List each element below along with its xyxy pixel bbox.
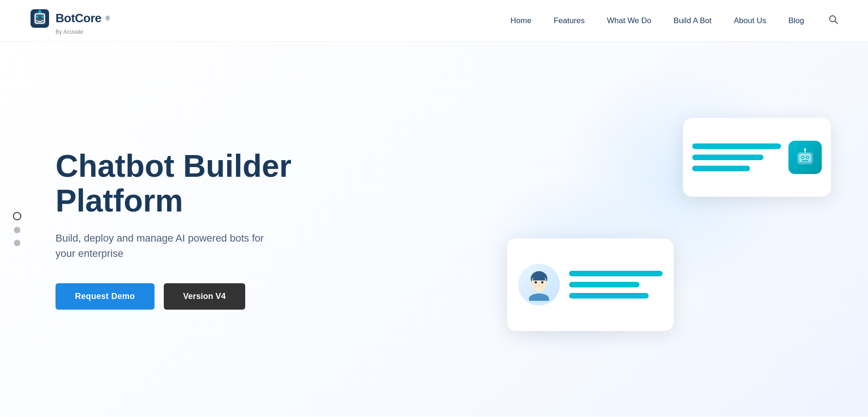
person-avatar-icon (523, 268, 555, 301)
chat-bubble-person (507, 238, 674, 331)
logo-area: BotCore® By Acuvate (28, 6, 110, 35)
bot-chat-line-1 (692, 143, 781, 149)
chat-line-3 (569, 293, 649, 299)
svg-point-4 (42, 15, 44, 18)
nav-home[interactable]: Home (510, 16, 531, 25)
svg-point-21 (802, 157, 804, 158)
person-chat-lines (569, 271, 663, 299)
person-avatar (518, 264, 560, 305)
main-nav: Home Features What We Do Build A Bot Abo… (510, 12, 840, 29)
bot-chat-lines (692, 143, 781, 171)
chat-line-2 (569, 282, 639, 287)
svg-point-13 (541, 281, 544, 284)
search-button[interactable] (826, 12, 840, 29)
svg-point-6 (39, 10, 41, 12)
search-icon (828, 14, 838, 25)
logo-trademark: ® (105, 15, 110, 22)
bot-chat-line-2 (692, 155, 763, 160)
bot-avatar-icon (794, 147, 816, 168)
bot-avatar (788, 141, 822, 174)
logo-sub-text: By Acuvate (56, 29, 83, 35)
version-button[interactable]: Version V4 (164, 283, 245, 310)
header: BotCore® By Acuvate Home Features What W… (0, 0, 868, 42)
svg-point-25 (804, 149, 806, 151)
slide-dot-1[interactable] (13, 212, 21, 220)
svg-line-8 (835, 21, 838, 24)
request-demo-button[interactable]: Request Demo (56, 283, 155, 310)
nav-build-a-bot[interactable]: Build A Bot (674, 16, 712, 25)
svg-point-12 (535, 281, 537, 284)
chat-line-1 (569, 271, 663, 276)
svg-rect-23 (802, 160, 808, 162)
bot-chat-line-3 (692, 166, 750, 171)
hero-content: Chatbot Builder Platform Build, deploy a… (56, 149, 333, 310)
chat-bubble-bot (683, 118, 831, 197)
hero-section: Chatbot Builder Platform Build, deploy a… (0, 42, 868, 417)
nav-what-we-do[interactable]: What We Do (607, 16, 651, 25)
hero-subtitle: Build, deploy and manage AI powered bots… (56, 230, 278, 261)
svg-point-14 (538, 285, 540, 286)
svg-point-3 (36, 15, 38, 18)
hero-illustration (479, 100, 840, 359)
nav-features[interactable]: Features (554, 16, 585, 25)
nav-about-us[interactable]: About Us (734, 16, 766, 25)
slide-dot-2[interactable] (14, 227, 20, 233)
nav-blog[interactable]: Blog (788, 16, 804, 25)
botcore-logo-icon (28, 6, 52, 31)
svg-point-16 (529, 293, 549, 301)
svg-point-15 (534, 286, 544, 292)
hero-title: Chatbot Builder Platform (56, 149, 333, 218)
svg-point-22 (807, 157, 808, 158)
hero-buttons: Request Demo Version V4 (56, 283, 333, 310)
slide-dot-3[interactable] (14, 240, 20, 246)
logo-wrapper[interactable]: BotCore® (28, 6, 110, 31)
slide-indicators (13, 212, 21, 246)
logo-brand-text: BotCore (56, 11, 101, 25)
